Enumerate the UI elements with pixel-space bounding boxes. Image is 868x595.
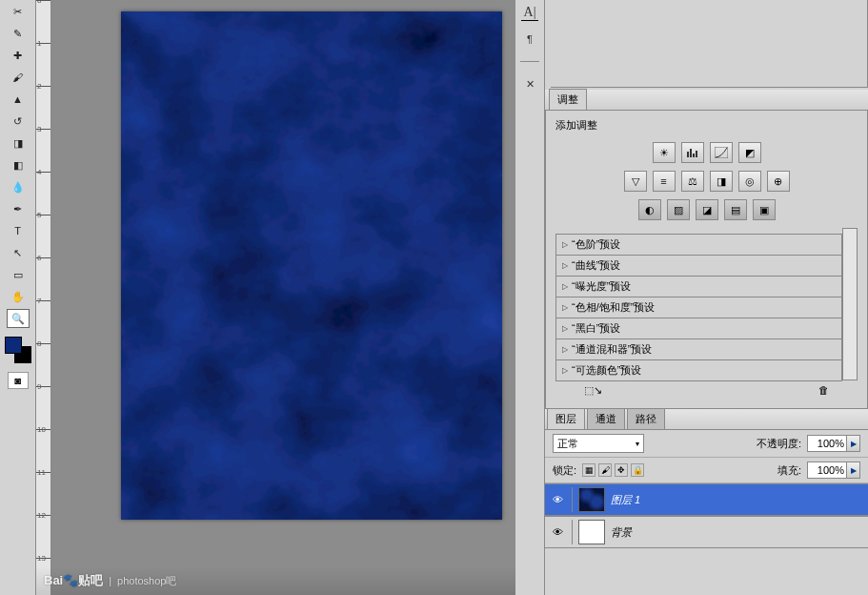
preset-item[interactable]: ▷“黑白”预设 <box>555 318 842 339</box>
triangle-right-icon: ▷ <box>562 324 568 333</box>
document-canvas[interactable] <box>121 11 502 520</box>
separator-icon <box>520 61 539 62</box>
tool-brush[interactable]: 🖌 <box>7 68 30 87</box>
preset-label: “可选颜色”预设 <box>572 363 641 378</box>
collapsed-panels-strip: A| ¶ ✕ <box>515 0 544 595</box>
vertical-ruler: 012345678910111213 <box>36 0 51 595</box>
tool-stamp[interactable]: ▲ <box>7 90 30 109</box>
blend-mode-select[interactable]: 正常 ▾ <box>553 434 644 453</box>
lock-pixels-icon[interactable]: 🖌 <box>598 463 612 477</box>
fill-input[interactable]: 100% <box>807 462 847 479</box>
tool-presets-icon[interactable]: ✕ <box>521 75 538 92</box>
adj-hue-icon[interactable]: ≡ <box>653 171 676 192</box>
adj-invert-icon[interactable]: ◐ <box>638 199 661 220</box>
adjustments-row-2: ▽ ≡ ⚖ ◨ ◎ ⊕ <box>555 171 858 192</box>
right-panels: 调整 添加调整 ☀ ◩ ▽ ≡ ⚖ ◨ ◎ ⊕ ◐ ▨ ◪ ▤ <box>544 0 868 595</box>
clip-to-layer-icon[interactable]: ⬚↘ <box>584 384 602 397</box>
canvas-viewport[interactable] <box>51 0 515 595</box>
lock-icons: ▦ 🖌 ✥ 🔒 <box>582 463 644 477</box>
tool-pen[interactable]: ✒ <box>7 199 30 218</box>
triangle-right-icon: ▷ <box>562 366 568 375</box>
adj-levels-icon[interactable] <box>681 142 704 163</box>
tool-blur[interactable]: 💧 <box>7 177 30 196</box>
preset-item[interactable]: ▷“曝光度”预设 <box>555 276 842 298</box>
adjustments-row-1: ☀ ◩ <box>555 142 858 163</box>
tab-paths[interactable]: 路径 <box>627 408 665 429</box>
fill-flyout-icon[interactable]: ▶ <box>847 462 860 479</box>
adj-threshold-icon[interactable]: ◪ <box>696 199 718 220</box>
layer-thumbnail[interactable] <box>578 487 605 512</box>
preset-item[interactable]: ▷“色相/饱和度”预设 <box>555 297 842 318</box>
blend-mode-value: 正常 <box>557 437 578 451</box>
opacity-input[interactable]: 100% <box>807 435 847 452</box>
lock-label: 锁定: <box>553 463 576 478</box>
adj-gradient-map-icon[interactable]: ▤ <box>724 199 747 220</box>
lock-transparency-icon[interactable]: ▦ <box>582 463 595 477</box>
tool-shape[interactable]: ▭ <box>7 265 30 284</box>
color-swatches[interactable] <box>5 337 31 363</box>
opacity-flyout-icon[interactable]: ▶ <box>847 435 860 452</box>
preset-label: “曝光度”预设 <box>572 279 631 294</box>
lock-position-icon[interactable]: ✥ <box>615 463 628 477</box>
svg-rect-1 <box>687 152 689 157</box>
adj-channel-mixer-icon[interactable]: ⊕ <box>767 171 790 192</box>
tool-healing[interactable]: ✚ <box>7 46 30 65</box>
watermark-logo: Bai🐾贴吧 <box>44 572 103 589</box>
tool-gradient[interactable]: ◧ <box>7 155 30 174</box>
layer-name: 背景 <box>611 525 632 540</box>
visibility-eye-icon[interactable]: 👁 <box>549 494 566 505</box>
character-panel-icon[interactable]: A| <box>521 4 538 21</box>
paragraph-panel-icon[interactable]: ¶ <box>521 31 538 48</box>
adjustments-footer: ⬚↘ 🗑 <box>555 380 858 397</box>
tool-crop[interactable]: ✂ <box>7 2 30 21</box>
adj-color-balance-icon[interactable]: ⚖ <box>681 171 704 192</box>
tool-zoom[interactable]: 🔍 <box>7 309 30 328</box>
trash-icon[interactable]: 🗑 <box>818 384 829 397</box>
triangle-right-icon: ▷ <box>562 345 568 354</box>
adj-posterize-icon[interactable]: ▨ <box>667 199 690 220</box>
adj-vibrance-icon[interactable]: ▽ <box>624 171 647 192</box>
watermark-text: photoshop吧 <box>117 574 176 588</box>
layer-name: 图层 1 <box>611 493 640 507</box>
preset-list: ▷“色阶”预设▷“曲线”预设▷“曝光度”预设▷“色相/饱和度”预设▷“黑白”预设… <box>555 234 842 380</box>
layers-tabbar: 图层 通道 路径 <box>545 409 868 430</box>
preset-item[interactable]: ▷“可选颜色”预设 <box>555 359 842 381</box>
lock-all-icon[interactable]: 🔒 <box>631 463 644 477</box>
triangle-right-icon: ▷ <box>562 282 568 291</box>
preset-item[interactable]: ▷“色阶”预设 <box>555 234 842 256</box>
adj-exposure-icon[interactable]: ◩ <box>738 142 761 163</box>
toolbox: ✂ ✎ ✚ 🖌 ▲ ↺ ◨ ◧ 💧 ✒ T ↖ ▭ ✋ 🔍 ◙ <box>0 0 36 595</box>
tab-layers[interactable]: 图层 <box>547 408 585 429</box>
visibility-eye-icon[interactable]: 👁 <box>549 526 566 538</box>
layer-row[interactable]: 👁图层 1 <box>545 483 868 516</box>
adj-photo-filter-icon[interactable]: ◎ <box>738 171 761 192</box>
adjustments-tabbar: 调整 <box>545 90 868 111</box>
adj-bw-icon[interactable]: ◨ <box>710 171 733 192</box>
tool-hand[interactable]: ✋ <box>7 287 30 306</box>
fg-swatch[interactable] <box>5 337 22 354</box>
tool-type[interactable]: T <box>7 221 30 240</box>
layers-blend-row: 正常 ▾ 不透明度: 100% ▶ <box>545 430 868 458</box>
layer-row[interactable]: 👁背景 <box>545 516 868 548</box>
watermark: Bai🐾贴吧 | photoshop吧 <box>44 572 176 589</box>
adj-curves-icon[interactable] <box>710 142 733 163</box>
layer-list: 👁图层 1👁背景 <box>545 483 868 548</box>
triangle-right-icon: ▷ <box>562 261 568 270</box>
quick-mask-toggle[interactable]: ◙ <box>8 372 29 389</box>
preset-item[interactable]: ▷“通道混和器”预设 <box>555 339 842 360</box>
tool-eraser[interactable]: ◨ <box>7 133 30 153</box>
preset-scrollbar[interactable] <box>842 228 858 380</box>
svg-rect-2 <box>690 149 692 157</box>
svg-rect-4 <box>696 151 697 157</box>
layer-thumbnail[interactable] <box>578 520 605 544</box>
preset-label: “黑白”预设 <box>572 321 620 336</box>
tab-adjustments[interactable]: 调整 <box>549 89 587 110</box>
tool-path-select[interactable]: ↖ <box>7 243 30 262</box>
tool-eyedropper[interactable]: ✎ <box>7 24 30 43</box>
canvas-area: 012345678910111213 <box>36 0 515 595</box>
tool-history-brush[interactable]: ↺ <box>7 112 30 131</box>
tab-channels[interactable]: 通道 <box>587 408 625 429</box>
adj-selective-color-icon[interactable]: ▣ <box>753 199 776 220</box>
preset-item[interactable]: ▷“曲线”预设 <box>555 255 842 277</box>
adj-brightness-icon[interactable]: ☀ <box>653 142 676 163</box>
